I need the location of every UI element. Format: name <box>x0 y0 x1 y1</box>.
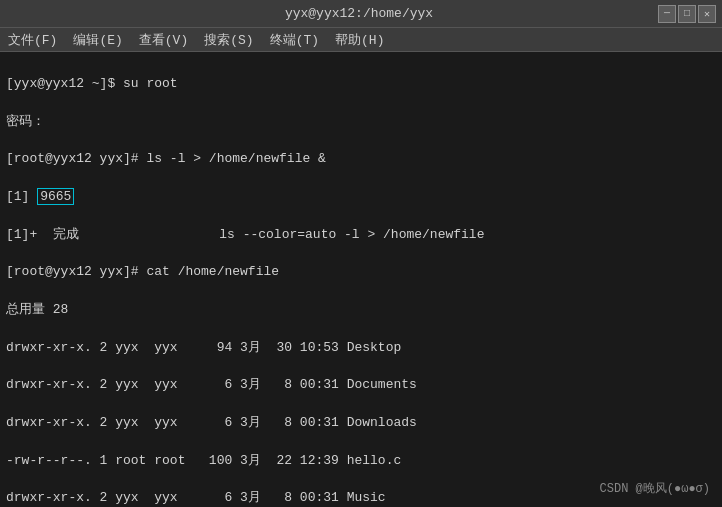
terminal-line-2: 密码： <box>6 113 716 132</box>
menu-item-帮助h[interactable]: 帮助(H) <box>335 31 384 49</box>
terminal-line-4: [1] 9665 <box>6 188 716 207</box>
terminal-line-1: [yyx@yyx12 ~]$ su root <box>6 75 716 94</box>
terminal-line-8: drwxr-xr-x. 2 yyx yyx 94 3月 30 10:53 Des… <box>6 339 716 358</box>
terminal-line-7: 总用量 28 <box>6 301 716 320</box>
window-controls[interactable]: ─ □ ✕ <box>658 5 722 23</box>
menu-item-搜索s[interactable]: 搜索(S) <box>204 31 253 49</box>
pid-highlight: 9665 <box>37 188 74 205</box>
csdn-watermark: CSDN @晚风(●ω●σ) <box>600 480 710 497</box>
terminal-line-6: [root@yyx12 yyx]# cat /home/newfile <box>6 263 716 282</box>
menu-item-终端t[interactable]: 终端(T) <box>270 31 319 49</box>
close-button[interactable]: ✕ <box>698 5 716 23</box>
window-title: yyx@yyx12:/home/yyx <box>60 6 658 21</box>
terminal-line-3: [root@yyx12 yyx]# ls -l > /home/newfile … <box>6 150 716 169</box>
terminal-line-9: drwxr-xr-x. 2 yyx yyx 6 3月 8 00:31 Docum… <box>6 376 716 395</box>
menu-item-编辑e[interactable]: 编辑(E) <box>73 31 122 49</box>
maximize-button[interactable]: □ <box>678 5 696 23</box>
menu-item-查看v[interactable]: 查看(V) <box>139 31 188 49</box>
terminal-line-10: drwxr-xr-x. 2 yyx yyx 6 3月 8 00:31 Downl… <box>6 414 716 433</box>
terminal-line-5: [1]+ 完成 ls --color=auto -l > /home/newfi… <box>6 226 716 245</box>
terminal-body[interactable]: [yyx@yyx12 ~]$ su root 密码： [root@yyx12 y… <box>0 52 722 507</box>
minimize-button[interactable]: ─ <box>658 5 676 23</box>
title-bar: yyx@yyx12:/home/yyx ─ □ ✕ <box>0 0 722 28</box>
terminal-line-11: -rw-r--r--. 1 root root 100 3月 22 12:39 … <box>6 452 716 471</box>
menu-item-文件f[interactable]: 文件(F) <box>8 31 57 49</box>
menu-bar: 文件(F)编辑(E)查看(V)搜索(S)终端(T)帮助(H) <box>0 28 722 52</box>
